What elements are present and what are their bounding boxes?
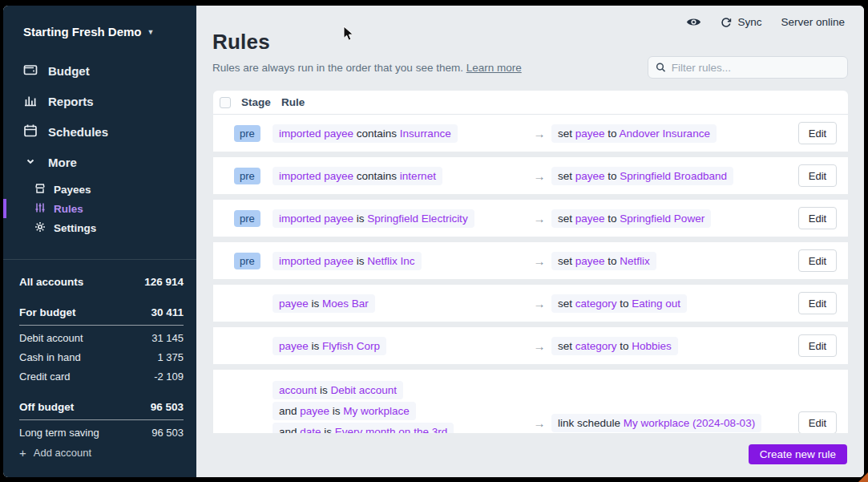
add-account-button[interactable]: + Add account [19,446,91,460]
column-header-stage: Stage [241,96,281,108]
rule-conditions: imported payee contains internet [273,167,527,185]
rule-action-cell: set category to Hobbies [551,337,798,355]
sidebar-item-label: More [48,156,77,169]
account-row-off-budget[interactable]: Off budget 96 503 [19,398,184,420]
rule-row[interactable]: payee is Moes Bar → set category to Eati… [213,285,848,322]
arrow-right-icon: → [527,297,551,310]
chevron-down-icon [23,154,38,171]
titlebar-actions: Sync Server online [686,16,845,28]
search-icon [656,62,666,73]
sidebar-item-label: Payees [54,184,91,196]
condition-chip: imported payee contains Insurrance [273,124,458,143]
main-content: Sync Server online Rules Rules are alway… [196,6,864,477]
sidebar-item-settings[interactable]: Settings [3,218,196,237]
account-row-all-accounts[interactable]: All accounts 126 914 [19,272,184,291]
account-balance: 126 914 [144,276,184,288]
app-window: Starting Fresh Demo ▼ Budget [3,6,864,477]
sync-button[interactable]: Sync [721,16,761,28]
sidebar-subnav: Payees Rules [3,180,196,237]
sidebar-item-label: Rules [54,203,83,215]
filter-rules-box[interactable] [648,56,848,79]
account-balance: 30 411 [151,306,184,318]
plus-icon: + [19,446,26,460]
privacy-eye-button[interactable] [686,17,701,27]
rule-row[interactable]: account is Debit accountand payee is My … [213,370,848,433]
account-label: Credit card [19,371,71,383]
rule-action-cell: set category to Eating out [551,294,798,313]
condition-chip: account is Debit account [273,381,403,399]
edit-button[interactable]: Edit [798,207,837,229]
arrow-right-icon: → [527,339,551,353]
rule-conditions: imported payee is Netflix Inc [273,252,527,270]
stage-cell: pre [234,253,273,269]
action-chip: set payee to Netflix [551,252,656,270]
edit-button[interactable]: Edit [798,292,837,314]
sidebar-item-more[interactable]: More [3,147,196,177]
sidebar-item-label: Budget [48,64,90,78]
rule-conditions: payee is Moes Bar [273,294,527,313]
stage-badge: pre [234,125,260,142]
account-label: For budget [19,306,76,318]
sidebar-item-label: Reports [48,95,94,108]
account-row-credit-card[interactable]: Credit card -2 109 [19,367,184,386]
edit-button[interactable]: Edit [798,164,837,187]
rule-action-cell: set payee to Netflix [551,252,798,270]
condition-chip: and payee is My workplace [273,402,416,420]
edit-button[interactable]: Edit [798,122,837,144]
sidebar-item-budget[interactable]: Budget [3,55,196,86]
learn-more-link[interactable]: Learn more [466,62,522,74]
sidebar-item-label: Schedules [48,125,108,139]
calendar-icon [23,124,38,140]
action-chip: set payee to Andover Insurance [551,124,717,143]
account-row-cash-in-hand[interactable]: Cash in hand 1 375 [19,347,184,367]
footer-bar: Create new rule [196,433,864,477]
bar-chart-icon [23,93,38,110]
sidebar-item-payees[interactable]: Payees [3,180,196,199]
condition-chip: payee is Moes Bar [273,294,375,313]
rule-row[interactable]: payee is Flyfish Corp → set category to … [213,327,848,364]
stage-cell: pre [234,125,273,142]
account-label: Off budget [19,401,74,413]
budget-file-switcher[interactable]: Starting Fresh Demo ▼ [3,6,196,38]
server-status-button[interactable]: Server online [781,16,845,28]
add-account-label: Add account [34,447,91,459]
action-chip: set payee to Springfield Power [551,209,711,228]
account-label: Long term saving [19,427,99,439]
arrow-right-icon: → [527,254,551,268]
action-chip: set category to Eating out [551,294,687,313]
edit-button[interactable]: Edit [798,249,837,272]
condition-chip: imported payee is Netflix Inc [273,252,422,270]
filter-rules-input[interactable] [672,62,840,74]
action-chip: link schedule My workplace (2024-08-03) [551,414,761,432]
account-label: Debit account [19,332,83,344]
account-row-debit-account[interactable]: Debit account 31 145 [19,328,184,347]
sync-label: Sync [737,16,761,28]
rule-action-cell: link schedule My workplace (2024-08-03) [551,414,798,432]
edit-button[interactable]: Edit [798,334,837,357]
account-balance: 96 503 [151,401,184,413]
account-label: Cash in hand [19,351,81,363]
sidebar-item-schedules[interactable]: Schedules [3,116,196,147]
subtitle-text: Rules are always run in the order that y… [212,62,463,74]
rule-action-cell: set payee to Andover Insurance [551,124,798,143]
page-title: Rules [212,30,864,55]
create-new-rule-button[interactable]: Create new rule [749,444,847,464]
sidebar-item-reports[interactable]: Reports [3,86,196,116]
select-all-checkbox[interactable] [220,97,231,108]
account-row-for-budget[interactable]: For budget 30 411 [19,303,184,326]
sidebar-nav: Budget Reports [3,55,196,237]
rule-row[interactable]: pre imported payee is Netflix Inc → set … [213,242,848,279]
account-row-long-term-saving[interactable]: Long term saving 96 503 [19,423,184,442]
rule-row[interactable]: pre imported payee contains internet → s… [213,157,848,194]
chevron-down-icon: ▼ [147,28,155,36]
sliders-icon [34,202,46,216]
sidebar-item-rules[interactable]: Rules [3,199,196,218]
stage-cell: pre [234,168,273,184]
rule-row[interactable]: pre imported payee contains Insurrance →… [213,115,848,152]
resize-corner-indicator [858,472,868,482]
account-balance: 96 503 [151,427,184,439]
server-status-label: Server online [781,16,845,28]
rule-conditions: account is Debit accountand payee is My … [273,370,527,433]
edit-button[interactable]: Edit [798,411,837,433]
rule-row[interactable]: pre imported payee is Springfield Electr… [213,200,848,237]
